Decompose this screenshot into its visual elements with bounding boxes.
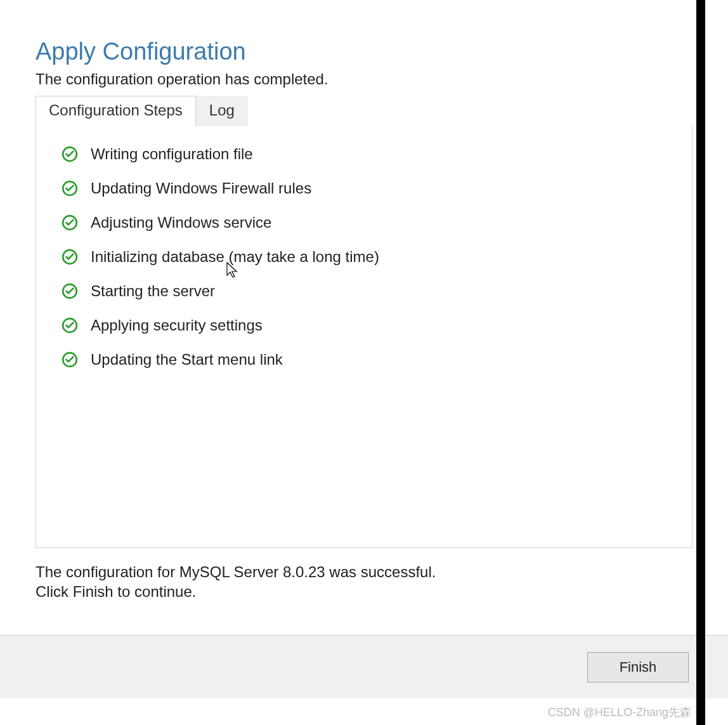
page-subtitle: The configuration operation has complete…	[36, 70, 692, 88]
tab-bar: Configuration Steps Log	[36, 96, 692, 126]
status-text: The configuration for MySQL Server 8.0.2…	[36, 562, 692, 601]
checkmark-icon	[62, 180, 78, 197]
footer-bar: Finish	[0, 635, 728, 698]
checkmark-icon	[62, 317, 78, 334]
watermark-text: CSDN @HELLO-Zhang先森	[548, 705, 691, 720]
window-right-border	[696, 0, 705, 725]
step-item: Starting the server	[62, 282, 666, 300]
step-item: Applying security settings	[62, 317, 666, 334]
tab-configuration-steps[interactable]: Configuration Steps	[36, 96, 196, 126]
step-label: Updating the Start menu link	[91, 351, 283, 369]
step-item: Writing configuration file	[62, 145, 666, 163]
tab-log[interactable]: Log	[196, 96, 248, 126]
status-line-1: The configuration for MySQL Server 8.0.2…	[36, 562, 692, 582]
checkmark-icon	[62, 283, 78, 299]
step-item: Updating the Start menu link	[62, 351, 666, 369]
checkmark-icon	[62, 249, 78, 265]
steps-panel: Writing configuration file Updating Wind…	[36, 126, 692, 548]
page-title: Apply Configuration	[36, 38, 692, 65]
step-label: Starting the server	[91, 282, 215, 300]
checkmark-icon	[62, 351, 78, 368]
step-label: Applying security settings	[91, 317, 263, 334]
status-line-2: Click Finish to continue.	[36, 582, 692, 601]
finish-button[interactable]: Finish	[587, 652, 689, 683]
step-label: Adjusting Windows service	[91, 214, 271, 232]
step-item: Updating Windows Firewall rules	[62, 180, 666, 197]
step-item: Adjusting Windows service	[62, 214, 666, 232]
step-label: Initializing database (may take a long t…	[91, 248, 379, 266]
step-item: Initializing database (may take a long t…	[62, 248, 666, 266]
step-label: Writing configuration file	[91, 145, 253, 163]
checkmark-icon	[62, 214, 78, 231]
step-label: Updating Windows Firewall rules	[91, 180, 311, 197]
checkmark-icon	[62, 146, 78, 162]
